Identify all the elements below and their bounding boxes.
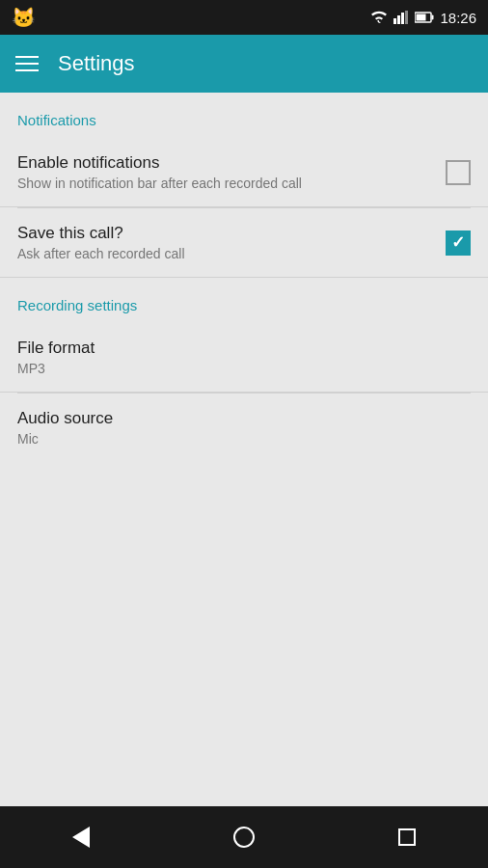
section-header-recording: Recording settings	[0, 278, 488, 323]
setting-text-file-format: File format MP3	[17, 339, 471, 376]
signal-icon	[393, 11, 409, 24]
checkbox-save-call[interactable]: ✓	[446, 231, 471, 256]
recents-square-icon	[398, 828, 416, 846]
page-title: Settings	[58, 51, 135, 76]
svg-rect-0	[393, 18, 396, 24]
svg-rect-1	[397, 15, 400, 24]
setting-text-save-call: Save this call? Ask after each recorded …	[17, 224, 446, 261]
setting-item-audio-source[interactable]: Audio source Mic	[0, 393, 488, 462]
app-bar: Settings	[0, 35, 488, 93]
section-header-notifications: Notifications	[0, 93, 488, 138]
status-bar: 🐱 18:26	[0, 0, 488, 35]
checkbox-enable-notifications[interactable]	[446, 160, 471, 185]
back-button[interactable]	[64, 820, 98, 854]
setting-title-save-call: Save this call?	[17, 224, 446, 243]
setting-subtitle-audio-source: Mic	[17, 431, 471, 447]
setting-subtitle-save-call: Ask after each recorded call	[17, 246, 446, 261]
svg-rect-6	[417, 14, 426, 21]
setting-subtitle-file-format: MP3	[17, 361, 471, 376]
setting-item-file-format[interactable]: File format MP3	[0, 323, 488, 393]
home-circle-icon	[233, 827, 255, 848]
setting-title-file-format: File format	[17, 339, 471, 358]
recents-button[interactable]	[390, 820, 424, 854]
svg-rect-3	[405, 11, 408, 24]
status-bar-right: 18:26	[370, 10, 476, 26]
setting-item-save-call[interactable]: Save this call? Ask after each recorded …	[0, 208, 488, 278]
checkmark-icon: ✓	[451, 234, 465, 251]
setting-title-audio-source: Audio source	[17, 409, 471, 428]
svg-rect-5	[432, 15, 434, 20]
setting-text-enable-notifications: Enable notifications Show in notificatio…	[17, 153, 446, 191]
status-bar-left: 🐱	[12, 6, 36, 29]
setting-text-audio-source: Audio source Mic	[17, 409, 471, 447]
settings-content: Notifications Enable notifications Show …	[0, 93, 488, 806]
wifi-icon	[370, 11, 388, 24]
app-notification-icon: 🐱	[12, 6, 36, 29]
bottom-navigation	[0, 806, 488, 868]
setting-title-enable-notifications: Enable notifications	[17, 153, 446, 173]
menu-button[interactable]	[15, 56, 39, 71]
setting-item-enable-notifications[interactable]: Enable notifications Show in notificatio…	[0, 138, 488, 207]
home-button[interactable]	[227, 820, 261, 854]
setting-subtitle-enable-notifications: Show in notification bar after each reco…	[17, 176, 446, 191]
back-arrow-icon	[72, 827, 90, 848]
svg-rect-2	[401, 13, 404, 24]
clock-time: 18:26	[440, 10, 476, 26]
battery-icon	[415, 12, 434, 23]
